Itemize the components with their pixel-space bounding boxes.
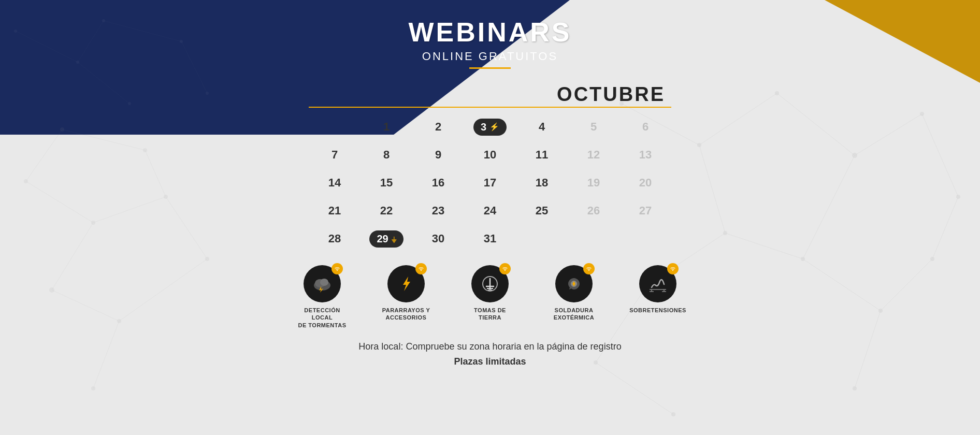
calendar-row-1: 1 2 3 ⚡ 4 5 6	[309, 113, 671, 141]
cal-day-30: 30	[412, 225, 464, 253]
calendar-row-2: 7 8 9 10 11 12 13	[309, 141, 671, 169]
cal-day-10: 10	[464, 141, 516, 169]
cal-day-29-pill[interactable]: 29 ⏚	[369, 230, 403, 248]
cal-day-19: 19	[568, 169, 619, 197]
wifi-badge-deteccion	[332, 263, 343, 274]
cal-day-empty	[309, 113, 361, 141]
wifi-badge-sobretensiones	[667, 263, 679, 274]
footer-line1: Hora local: Compruebe su zona horaria en…	[358, 339, 621, 354]
wifi-badge-pararrayos	[415, 263, 427, 274]
sobretensiones-svg	[647, 274, 668, 294]
cal-day-18: 18	[516, 169, 568, 197]
cal-day-27: 27	[619, 197, 671, 225]
cal-day-26: 26	[568, 197, 619, 225]
cal-day-29: 29 ⏚	[361, 225, 412, 253]
icon-pararrayos-circle	[387, 265, 425, 302]
cal-day-22: 22	[361, 197, 412, 225]
ground-icon: ⏚	[392, 235, 396, 243]
main-content: WEBINARS ONLINE GRATUITOS OCTUBRE 1 2 3 …	[0, 0, 980, 435]
cal-day-12: 12	[568, 141, 619, 169]
month-name: OCTUBRE	[557, 83, 665, 105]
soldadura-svg	[564, 274, 584, 294]
title-underline	[469, 67, 511, 69]
icon-tomas[interactable]: TOMAS DETIERRA	[462, 265, 518, 322]
pararrayos-svg	[397, 274, 415, 293]
wifi-badge-soldadura	[583, 263, 595, 274]
cal-day-3: 3 ⚡	[464, 113, 516, 141]
svg-point-61	[320, 279, 328, 286]
page-title: WEBINARS	[408, 17, 571, 48]
icon-sobretensiones[interactable]: SOBRETENSIONES	[629, 265, 686, 314]
cal-day-28: 28	[309, 225, 361, 253]
cal-day-8: 8	[361, 141, 412, 169]
wifi-badge-tomas	[499, 263, 511, 274]
calendar-row-4: 21 22 23 24 25 26 27	[309, 197, 671, 225]
cal-day-2: 2	[412, 113, 464, 141]
icon-tomas-circle	[471, 265, 509, 302]
cal-day-e2	[619, 225, 671, 253]
icon-deteccion-circle	[304, 265, 341, 302]
cal-day-23: 23	[412, 197, 464, 225]
icon-pararrayos-label: PARARRAYOS YACCESORIOS	[382, 307, 430, 322]
calendar-container: OCTUBRE 1 2 3 ⚡ 4 5 6 7 8 9 10 11	[309, 83, 671, 253]
cal-day-25: 25	[516, 197, 568, 225]
icon-pararrayos[interactable]: PARARRAYOS YACCESORIOS	[378, 265, 435, 322]
month-underline	[309, 107, 671, 108]
cal-day-24: 24	[464, 197, 516, 225]
cal-day-e1	[568, 225, 619, 253]
cal-day-21: 21	[309, 197, 361, 225]
cal-day-4: 4	[516, 113, 568, 141]
cal-day-14: 14	[309, 169, 361, 197]
cal-day-6: 6	[619, 113, 671, 141]
icon-deteccion[interactable]: DETECCIÓN LOCALDE TORMENTAS	[294, 265, 351, 329]
deteccion-svg	[312, 274, 333, 294]
cal-day-empty-2	[516, 225, 568, 253]
icons-section: DETECCIÓN LOCALDE TORMENTAS PARARRAYOS Y…	[294, 265, 686, 329]
cal-day-11: 11	[516, 141, 568, 169]
title-section: WEBINARS ONLINE GRATUITOS	[408, 17, 571, 69]
lightning-icon: ⚡	[489, 122, 499, 132]
icon-sobretensiones-label: SOBRETENSIONES	[629, 307, 686, 314]
icon-deteccion-label: DETECCIÓN LOCALDE TORMENTAS	[294, 307, 351, 329]
cal-day-1: 1	[361, 113, 412, 141]
icon-soldadura[interactable]: SOLDADURAEXOTÉRMICA	[545, 265, 602, 322]
calendar-row-5: 28 29 ⏚ 30 31	[309, 225, 671, 253]
cal-day-13: 13	[619, 141, 671, 169]
cal-day-3-pill[interactable]: 3 ⚡	[473, 119, 507, 136]
page-subtitle: ONLINE GRATUITOS	[408, 50, 571, 63]
cal-day-16: 16	[412, 169, 464, 197]
cal-day-31: 31	[464, 225, 516, 253]
cal-day-20: 20	[619, 169, 671, 197]
tomas-svg	[479, 273, 501, 295]
cal-day-3-num: 3	[481, 121, 486, 133]
cal-day-15: 15	[361, 169, 412, 197]
cal-day-17: 17	[464, 169, 516, 197]
icon-soldadura-circle	[555, 265, 593, 302]
cal-day-9: 9	[412, 141, 464, 169]
cal-day-5: 5	[568, 113, 619, 141]
month-header: OCTUBRE	[309, 83, 671, 106]
icon-sobretensiones-circle	[639, 265, 676, 302]
cal-day-7: 7	[309, 141, 361, 169]
icon-tomas-label: TOMAS DETIERRA	[474, 307, 506, 322]
calendar-row-3: 14 15 16 17 18 19 20	[309, 169, 671, 197]
footer-line2: Plazas limitadas	[358, 354, 621, 369]
footer-section: Hora local: Compruebe su zona horaria en…	[358, 339, 621, 369]
cal-day-29-num: 29	[377, 233, 388, 245]
icon-soldadura-label: SOLDADURAEXOTÉRMICA	[554, 307, 594, 322]
